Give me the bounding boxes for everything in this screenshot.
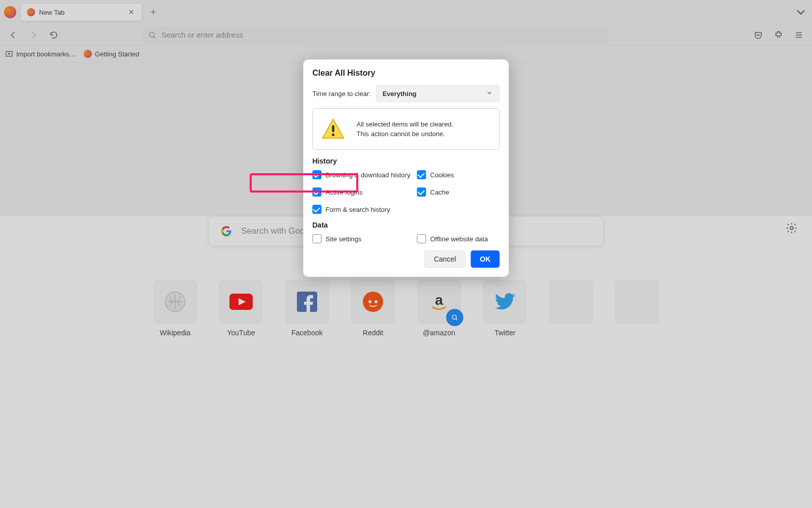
checkbox-icon[interactable] <box>313 205 322 214</box>
check-label: Active logins <box>326 188 363 196</box>
chevron-down-icon <box>486 89 493 98</box>
checkbox-icon[interactable] <box>313 170 322 179</box>
time-range-value: Everything <box>383 90 417 98</box>
data-checks: Site settings Offline website data <box>313 234 500 243</box>
check-active-logins[interactable]: Active logins <box>313 187 414 197</box>
dialog-title: Clear All History <box>313 69 500 78</box>
checkbox-icon[interactable] <box>313 187 322 197</box>
check-label: Form & search history <box>326 206 390 213</box>
clear-history-dialog: Clear All History Time range to clear: E… <box>303 59 509 277</box>
history-checks: Browsing & download history Cookies Acti… <box>313 170 500 214</box>
check-label: Browsing & download history <box>326 171 411 179</box>
svg-rect-11 <box>332 125 334 133</box>
history-heading: History <box>313 157 500 165</box>
data-heading: Data <box>313 221 500 229</box>
check-label: Cookies <box>430 171 454 179</box>
check-form-search[interactable]: Form & search history <box>313 205 414 214</box>
time-range-label: Time range to clear: <box>313 90 371 98</box>
checkbox-icon[interactable] <box>417 170 426 179</box>
warning-line1: All selected items will be cleared. <box>357 119 454 130</box>
warning-icon <box>321 117 346 141</box>
warning-line2: This action cannot be undone. <box>357 129 454 139</box>
cancel-button[interactable]: Cancel <box>424 250 466 268</box>
ok-button[interactable]: OK <box>471 250 500 268</box>
dialog-buttons: Cancel OK <box>313 250 500 268</box>
svg-point-12 <box>332 134 334 136</box>
check-site-settings[interactable]: Site settings <box>313 234 414 243</box>
checkbox-icon[interactable] <box>417 234 426 243</box>
check-cache[interactable]: Cache <box>417 187 500 197</box>
time-range-select[interactable]: Everything <box>376 85 500 102</box>
check-cookies[interactable]: Cookies <box>417 170 500 179</box>
check-label: Offline website data <box>430 235 488 243</box>
checkbox-icon[interactable] <box>313 234 322 243</box>
warning-box: All selected items will be cleared. This… <box>313 108 500 150</box>
time-range-row: Time range to clear: Everything <box>313 85 500 102</box>
check-offline-data[interactable]: Offline website data <box>417 234 500 243</box>
checkbox-icon[interactable] <box>417 187 426 197</box>
check-browsing[interactable]: Browsing & download history <box>313 170 414 179</box>
check-label: Cache <box>430 188 450 196</box>
check-label: Site settings <box>326 235 362 243</box>
